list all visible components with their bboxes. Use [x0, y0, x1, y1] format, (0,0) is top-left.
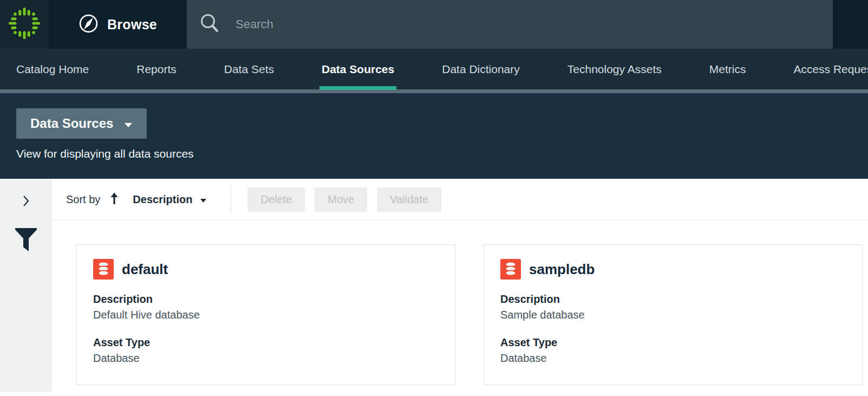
app-root: Browse Catalog Home Reports Data Sets Da… [0, 0, 868, 396]
filter-rail [0, 179, 52, 392]
sort-direction-toggle[interactable] [110, 192, 119, 207]
sort-field-dropdown[interactable]: Description [133, 193, 207, 206]
tab-data-dictionary[interactable]: Data Dictionary [442, 63, 520, 76]
alation-logo [9, 8, 40, 41]
data-source-title[interactable]: sampledb [529, 261, 595, 278]
results-toolbar: Sort by Description [52, 179, 868, 220]
search-bar[interactable] [187, 0, 833, 49]
app-logo[interactable] [0, 0, 49, 49]
database-icon [93, 259, 114, 280]
asset-type-label: Asset Type [93, 335, 439, 350]
tab-catalog-home[interactable]: Catalog Home [16, 63, 89, 76]
data-source-title[interactable]: default [122, 261, 168, 278]
database-icon [500, 259, 521, 280]
caret-down-icon [124, 116, 133, 131]
sort-by-label: Sort by [66, 193, 100, 206]
page-hero: Data Sources View for displaying all dat… [0, 93, 868, 179]
description-label: Description [500, 291, 846, 307]
tab-reports[interactable]: Reports [136, 63, 177, 76]
caret-down-icon [200, 193, 207, 206]
browse-label: Browse [107, 17, 157, 33]
chevron-right-icon [22, 202, 30, 210]
top-header: Browse [0, 0, 868, 49]
sort-ascending-arrow-icon [110, 192, 119, 207]
asset-type-value: Database [500, 350, 846, 366]
view-selector-button[interactable]: Data Sources [16, 108, 147, 139]
header-right-filler [833, 0, 868, 49]
view-selector-label: Data Sources [30, 116, 113, 131]
tab-technology-assets[interactable]: Technology Assets [567, 63, 662, 76]
card-grid: default Description Default Hive databas… [52, 220, 868, 385]
search-icon [199, 12, 220, 36]
compass-icon [79, 14, 99, 36]
description-label: Description [93, 291, 439, 307]
tab-data-sources[interactable]: Data Sources [322, 63, 394, 76]
description-value: Default Hive database [93, 307, 439, 323]
description-value: Sample database [500, 307, 846, 323]
toolbar-divider [231, 185, 231, 213]
tab-metrics[interactable]: Metrics [709, 63, 746, 76]
data-source-card-sampledb[interactable]: sampledb Description Sample database Ass… [484, 244, 863, 385]
tab-access-requests[interactable]: Access Requests [793, 63, 868, 76]
main-area: Sort by Description [0, 179, 868, 396]
validate-button[interactable]: Validate [377, 187, 441, 212]
nav-scroll-track[interactable] [0, 89, 868, 93]
tab-data-sets[interactable]: Data Sets [224, 63, 274, 76]
asset-type-label: Asset Type [500, 335, 846, 350]
results-panel: Sort by Description [52, 179, 868, 396]
data-source-card-default[interactable]: default Description Default Hive databas… [76, 244, 455, 385]
move-button[interactable]: Move [315, 187, 367, 212]
search-input[interactable] [236, 17, 833, 31]
delete-button[interactable]: Delete [247, 187, 305, 212]
filter-button[interactable] [12, 225, 40, 257]
view-description: View for displaying all data sources [16, 147, 868, 160]
filter-funnel-icon [14, 246, 38, 255]
expand-panel-button[interactable] [19, 192, 32, 212]
asset-type-value: Database [93, 350, 439, 366]
browse-menu[interactable]: Browse [49, 0, 187, 49]
catalog-nav: Catalog Home Reports Data Sets Data Sour… [0, 49, 868, 93]
sort-field-value: Description [133, 193, 192, 206]
